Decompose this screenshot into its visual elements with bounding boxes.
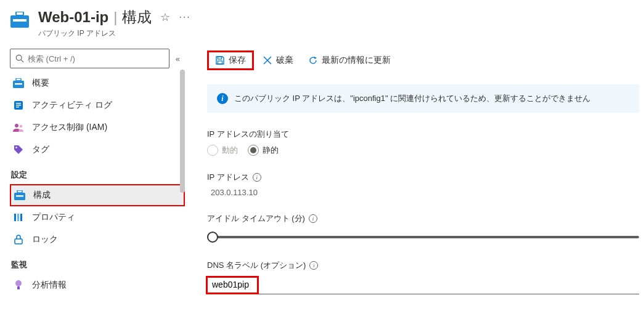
radio-static[interactable]: 静的 — [248, 145, 279, 156]
sidebar-item-label: アクティビティ ログ — [32, 100, 112, 111]
main-content: 保存 破棄 最新の情報に更新 i このパブリック IP アドレスは、 — [185, 45, 644, 335]
sidebar-group-settings: 設定 — [10, 161, 185, 184]
title-divider: | — [113, 9, 117, 26]
radio-icon — [248, 145, 259, 156]
collapse-sidebar-icon[interactable]: « — [176, 54, 180, 63]
svg-rect-2 — [16, 12, 23, 15]
command-bar: 保存 破棄 最新の情報に更新 — [207, 45, 644, 72]
slider-track — [212, 236, 639, 238]
more-menu-icon[interactable]: ··· — [179, 12, 190, 23]
properties-icon — [12, 211, 25, 224]
discard-button[interactable]: 破棄 — [256, 50, 300, 70]
refresh-icon — [308, 55, 318, 65]
svg-rect-6 — [15, 83, 22, 85]
resource-title: Web-01-ip — [38, 9, 108, 26]
sidebar-item-activity-log[interactable]: アクティビティ ログ — [10, 94, 185, 116]
field-dns-label: DNS 名ラベル (オプション) i — [207, 260, 644, 294]
sidebar-item-label: タグ — [32, 144, 49, 155]
sidebar-item-label: ロック — [32, 234, 58, 245]
radio-icon — [207, 145, 218, 156]
info-banner-text: このパブリック IP アドレスは、"ipconfig1" に関連付けられているた… — [234, 93, 590, 104]
svg-rect-7 — [16, 78, 21, 81]
sidebar-scrollbar[interactable] — [180, 70, 185, 193]
tag-icon — [12, 143, 25, 156]
menu-search-box[interactable] — [10, 49, 169, 68]
sidebar-item-overview[interactable]: 概要 — [10, 72, 185, 94]
ip-assignment-label: IP アドレスの割り当て — [207, 129, 289, 140]
dns-label-text: DNS 名ラベル (オプション) — [207, 260, 306, 271]
svg-line-4 — [21, 60, 23, 62]
sidebar: « 概要 アクティビティ ログ アクセス制御 (IAM) — [0, 45, 185, 335]
sidebar-item-label: プロパティ — [32, 212, 75, 223]
dns-name-input[interactable] — [207, 275, 639, 294]
radio-dynamic[interactable]: 動的 — [207, 145, 238, 156]
sidebar-item-insights[interactable]: 分析情報 — [10, 274, 185, 296]
insights-icon — [12, 279, 25, 291]
svg-rect-19 — [17, 214, 19, 221]
sidebar-item-locks[interactable]: ロック — [10, 228, 185, 251]
svg-point-12 — [15, 124, 18, 127]
sidebar-item-configuration[interactable]: 構成 — [10, 184, 185, 206]
field-idle-timeout: アイドル タイムアウト (分) i — [207, 213, 644, 244]
sidebar-item-label: 概要 — [32, 78, 49, 89]
idle-timeout-label: アイドル タイムアウト (分) — [207, 213, 305, 224]
svg-rect-23 — [17, 286, 20, 289]
activity-log-icon — [12, 99, 25, 111]
svg-rect-21 — [15, 239, 22, 244]
menu-search-input[interactable] — [28, 54, 164, 63]
ip-address-label: IP アドレス — [207, 172, 249, 183]
sidebar-item-label: アクセス制御 (IAM) — [32, 122, 107, 133]
svg-rect-16 — [16, 195, 23, 197]
sidebar-item-label: 分析情報 — [32, 280, 67, 291]
ip-address-value: 203.0.113.10 — [207, 188, 644, 197]
sidebar-item-label: 構成 — [33, 190, 51, 201]
sidebar-group-monitoring: 監視 — [10, 251, 185, 274]
svg-rect-24 — [218, 57, 222, 59]
save-icon — [215, 55, 225, 65]
svg-marker-28 — [314, 57, 317, 59]
lock-icon — [12, 233, 25, 246]
svg-rect-11 — [16, 107, 19, 108]
public-ip-icon — [12, 77, 25, 89]
public-ip-icon — [14, 189, 26, 201]
info-icon: i — [217, 93, 228, 104]
svg-point-14 — [15, 147, 17, 148]
resource-type-label: パブリック IP アドレス — [38, 28, 191, 39]
info-banner: i このパブリック IP アドレスは、"ipconfig1" に関連付けられてい… — [207, 84, 639, 113]
save-button[interactable]: 保存 — [207, 50, 254, 70]
sidebar-item-iam[interactable]: アクセス制御 (IAM) — [10, 116, 185, 139]
svg-rect-1 — [13, 19, 26, 22]
svg-rect-10 — [16, 105, 21, 106]
search-icon — [15, 54, 24, 63]
idle-timeout-slider[interactable] — [207, 230, 639, 244]
page-header: Web-01-ip | 構成 ☆ ··· パブリック IP アドレス — [0, 0, 644, 45]
svg-rect-9 — [16, 103, 21, 104]
slider-thumb[interactable] — [207, 232, 218, 243]
svg-rect-18 — [14, 214, 16, 221]
field-ip-address: IP アドレス i 203.0.113.10 — [207, 172, 644, 197]
radio-dynamic-label: 動的 — [222, 145, 238, 156]
info-tooltip-icon[interactable]: i — [253, 173, 261, 182]
svg-point-13 — [20, 125, 22, 127]
sidebar-item-properties[interactable]: プロパティ — [10, 206, 185, 228]
favorite-star-icon[interactable]: ☆ — [160, 10, 170, 24]
svg-rect-20 — [20, 214, 22, 221]
resource-icon — [10, 10, 30, 30]
iam-icon — [12, 121, 25, 134]
refresh-button[interactable]: 最新の情報に更新 — [302, 50, 397, 70]
close-icon — [263, 55, 272, 65]
radio-static-label: 静的 — [263, 145, 279, 156]
blade-title: 構成 — [122, 7, 152, 27]
svg-rect-17 — [17, 190, 22, 193]
save-label: 保存 — [229, 55, 246, 66]
sidebar-item-tags[interactable]: タグ — [10, 139, 185, 161]
svg-point-3 — [16, 55, 22, 60]
field-ip-assignment: IP アドレスの割り当て 動的 静的 — [207, 129, 644, 156]
svg-point-22 — [15, 280, 22, 286]
info-tooltip-icon[interactable]: i — [309, 214, 317, 223]
discard-label: 破棄 — [276, 55, 293, 66]
refresh-label: 最新の情報に更新 — [322, 55, 391, 66]
svg-rect-25 — [218, 61, 222, 64]
info-tooltip-icon[interactable]: i — [309, 261, 318, 270]
